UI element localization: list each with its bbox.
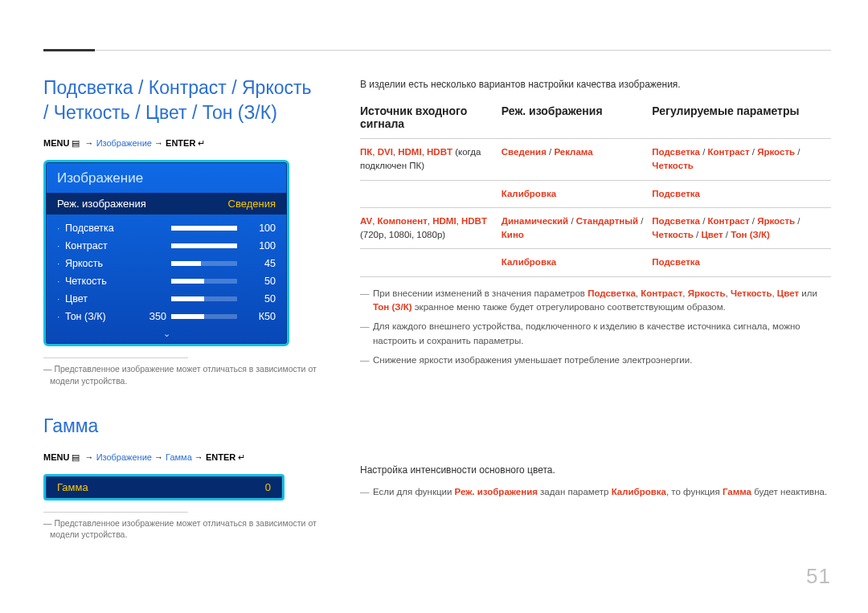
osd-slider-value: 100 (237, 240, 276, 251)
osd-slider-track[interactable] (171, 296, 237, 301)
section-title-gamma: Гамма (43, 414, 317, 439)
gamma-note-red: Гамма (723, 487, 751, 497)
footnote-text: Представленное изображение может отличат… (50, 364, 317, 386)
th-params: Регулируемые параметры (652, 104, 831, 139)
osd-slider-label: Тон (З/К) (65, 311, 142, 322)
menu-label-enter: ENTER (166, 138, 195, 148)
menu-label: MENU (43, 452, 69, 462)
enter-icon: ↵ (198, 138, 205, 148)
lead-paragraph: В изделии есть несколько вариантов настр… (360, 79, 831, 90)
gamma-note-red: Калибровка (612, 487, 666, 497)
cell-mode: Динамический / Стандартный / Кино (502, 207, 653, 249)
gamma-note: Если для функции Реж. изображения задан … (360, 485, 831, 500)
spec-table: Источник входного сигнала Реж. изображен… (360, 104, 831, 277)
osd-slider-fill (171, 243, 237, 248)
table-row: КалибровкаПодсветка (360, 180, 831, 207)
osd-slider-row[interactable]: ·Четкость50 (57, 272, 276, 290)
table-row: AV, Компонент, HDMI, HDBT (720p, 1080i, … (360, 207, 831, 249)
cell-params: Подсветка (652, 180, 831, 207)
osd-slider-fill (171, 314, 204, 319)
gamma-note-mid: , то функция (666, 487, 723, 497)
cell-mode: Калибровка (502, 180, 653, 207)
gamma-notes: Если для функции Реж. изображения задан … (360, 485, 831, 500)
osd-more-indicator[interactable]: ⌄ (46, 329, 287, 344)
bullet-icon: · (57, 240, 65, 251)
menu-path-step: Изображение (96, 138, 152, 148)
osd-gamma-value: 0 (265, 481, 271, 493)
osd-slider-row[interactable]: ·Контраст100 (57, 237, 276, 255)
osd-slider-fill (171, 261, 201, 266)
osd-title: Изображение (46, 162, 287, 193)
bullet-icon: · (57, 311, 65, 322)
table-row: КалибровкаПодсветка (360, 249, 831, 276)
osd-selected-label: Реж. изображения (57, 198, 146, 210)
osd-slider-row[interactable]: ·Подсветка100 (57, 219, 276, 237)
th-mode: Реж. изображения (502, 104, 653, 139)
osd-slider-track[interactable] (171, 279, 237, 284)
osd-slider-label: Четкость (65, 276, 142, 287)
gamma-right-block: Настройка интенсивности основного цвета.… (360, 464, 831, 500)
cell-mode: Сведения / Реклама (502, 139, 653, 181)
menu-grid-icon: ▤ (72, 138, 80, 148)
bullet-icon: · (57, 276, 65, 287)
osd-slider-label: Яркость (65, 258, 142, 269)
footnote-picture: ― Представленное изображение может отлич… (43, 363, 317, 386)
menu-label: MENU (43, 138, 69, 148)
enter-icon: ↵ (238, 452, 245, 462)
footnote-gamma: ― Представленное изображение может отлич… (43, 517, 317, 541)
menu-path-picture: MENU ▤ → Изображение → ENTER ↵ (43, 138, 317, 149)
cell-source (360, 180, 502, 207)
osd-gamma-label: Гамма (57, 481, 88, 493)
cell-source: AV, Компонент, HDMI, HDBT (720p, 1080i, … (360, 207, 502, 249)
cell-params: Подсветка / Контраст / Яркость / Четкост… (652, 139, 831, 181)
menu-grid-icon: ▤ (72, 452, 80, 462)
osd-gamma-row[interactable]: Гамма 0 (43, 474, 285, 501)
table-row: ПК, DVI, HDMI, HDBT (когда подключен ПК)… (360, 139, 831, 181)
osd-slider-row[interactable]: ·Тон (З/К)З50К50 (57, 308, 276, 325)
notes-list: При внесении изменений в значения параме… (360, 287, 831, 368)
cell-params: Подсветка (652, 249, 831, 276)
osd-slider-row[interactable]: ·Яркость45 (57, 255, 276, 272)
footnote-rule (43, 512, 188, 513)
footnote-rule (43, 358, 188, 358)
note-item: Снижение яркости изображения уменьшает п… (360, 353, 831, 368)
section-title-picture: Подсветка / Контраст / Яркость / Четкост… (43, 76, 317, 125)
menu-path-step: Гамма (166, 452, 192, 462)
osd-slider-value: 100 (237, 223, 276, 234)
footnote-text: Представленное изображение может отличат… (50, 518, 317, 540)
gamma-note-post: будет неактивна. (751, 487, 827, 497)
note-item: При внесении изменений в значения параме… (360, 287, 831, 316)
osd-slider-list: ·Подсветка100·Контраст100·Яркость45·Четк… (46, 215, 287, 329)
osd-slider-label: Контраст (65, 240, 142, 251)
osd-slider-value: 50 (237, 276, 276, 287)
osd-slider-fill (171, 226, 237, 231)
gamma-note-mid: задан параметр (538, 487, 612, 497)
osd-slider-value: 50 (237, 293, 276, 304)
cell-source: ПК, DVI, HDMI, HDBT (когда подключен ПК) (360, 139, 502, 181)
osd-slider-prevalue: З50 (142, 311, 171, 322)
osd-slider-label: Цвет (65, 293, 142, 304)
cell-source (360, 249, 502, 276)
note-item: Для каждого внешнего устройства, подключ… (360, 320, 831, 349)
bullet-icon: · (57, 258, 65, 269)
osd-selected-value: Сведения (228, 198, 276, 210)
cell-params: Подсветка / Контраст / Яркость / Четкост… (652, 207, 831, 249)
osd-picture-panel: Изображение Реж. изображения Сведения ·П… (43, 160, 289, 346)
osd-slider-track[interactable] (171, 314, 237, 319)
menu-label-enter: ENTER (206, 452, 235, 462)
bullet-icon: · (57, 223, 65, 234)
osd-slider-fill (171, 279, 204, 284)
page-number: 51 (806, 564, 831, 589)
cell-mode: Калибровка (502, 249, 653, 276)
osd-slider-fill (171, 296, 204, 301)
osd-slider-track[interactable] (171, 226, 237, 231)
osd-selected-row[interactable]: Реж. изображения Сведения (46, 193, 287, 215)
menu-path-step: Изображение (96, 452, 152, 462)
top-rule (43, 50, 831, 51)
osd-slider-track[interactable] (171, 261, 237, 266)
osd-slider-track[interactable] (171, 243, 237, 248)
gamma-lead: Настройка интенсивности основного цвета. (360, 464, 831, 476)
osd-slider-row[interactable]: ·Цвет50 (57, 290, 276, 308)
gamma-note-pre: Если для функции (373, 487, 455, 497)
right-column: В изделии есть несколько вариантов настр… (360, 76, 831, 541)
